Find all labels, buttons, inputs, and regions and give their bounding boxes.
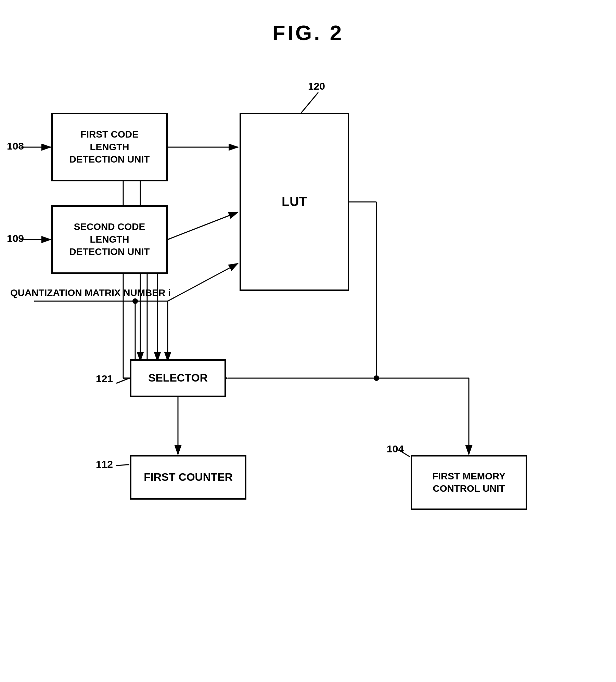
svg-line-33 [116,465,129,465]
ref-109: 109 [7,233,24,244]
quantization-label: QUANTIZATION MATRIX NUMBER i [10,287,171,298]
ref-104: 104 [387,443,404,455]
ref-112: 112 [96,459,113,470]
svg-line-32 [116,378,129,383]
lut-box: LUT [240,113,349,291]
first-code-box: FIRST CODE LENGTH DETECTION UNIT [51,113,168,181]
svg-point-25 [374,375,379,381]
first-counter-label: FIRST COUNTER [144,470,233,485]
svg-line-31 [301,92,318,113]
svg-point-11 [132,298,138,304]
first-counter-box: FIRST COUNTER [130,455,246,500]
selector-box: SELECTOR [130,359,226,397]
ref-121: 121 [96,373,113,385]
first-code-label: FIRST CODE LENGTH DETECTION UNIT [69,128,150,166]
first-memory-label: FIRST MEMORY CONTROL UNIT [432,470,505,495]
svg-line-3 [168,212,238,240]
page-title: FIG. 2 [0,0,616,45]
second-code-label: SECOND CODE LENGTH DETECTION UNIT [69,221,150,258]
second-code-box: SECOND CODE LENGTH DETECTION UNIT [51,205,168,274]
ref-120: 120 [308,80,325,92]
first-memory-box: FIRST MEMORY CONTROL UNIT [411,455,527,510]
lut-label: LUT [282,193,307,210]
selector-label: SELECTOR [148,371,208,385]
svg-line-4 [168,263,238,301]
ref-108: 108 [7,140,24,152]
